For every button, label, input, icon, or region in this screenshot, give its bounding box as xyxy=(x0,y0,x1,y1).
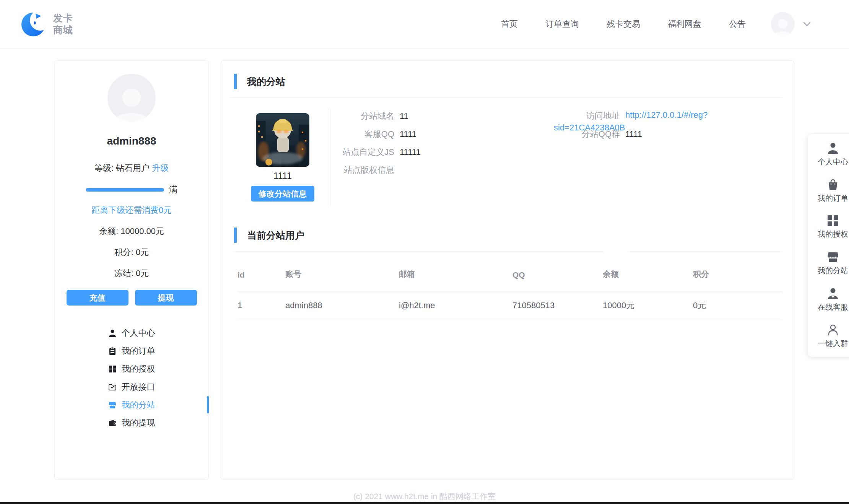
field-label-custom-js: 站点自定义JS xyxy=(336,146,394,158)
nav-item-home[interactable]: 首页 xyxy=(501,18,518,30)
panel-item-my-substation[interactable]: 我的分站 xyxy=(808,245,849,282)
upgrade-link[interactable]: 升级 xyxy=(152,163,169,173)
vertical-divider xyxy=(330,109,330,206)
section-title: 我的分站 xyxy=(247,75,285,88)
substation-logo-caption: 1111 xyxy=(256,171,309,181)
field-label-access-url: 访问地址 xyxy=(538,110,620,122)
substation-info: 1111 修改分站信息 分站域名 11 客服QQ 1111 站点自定义JS 11… xyxy=(221,98,794,215)
recharge-button[interactable]: 充值 xyxy=(67,290,128,306)
nav-item-announcement[interactable]: 公告 xyxy=(729,18,746,30)
col-header-id: id xyxy=(237,270,285,280)
panel-item-label: 在线客服 xyxy=(818,302,848,312)
progress-full-label: 满 xyxy=(169,184,177,195)
nav-item-welfare-disk[interactable]: 福利网盘 xyxy=(668,18,701,30)
page: 发卡 商城 首页 订单查询 残卡交易 福利网盘 公告 xyxy=(0,0,849,504)
field-value-qq-group: 1111 xyxy=(625,129,642,139)
panel-item-label: 一键入群 xyxy=(818,338,848,349)
substation-users-table: id 账号 邮箱 QQ 余额 积分 1 admin888 i@h2t.me 71… xyxy=(237,252,782,320)
footer-copyright: (c) 2021 www.h2t.me in 酷西网络工作室 xyxy=(0,491,849,502)
edit-substation-button[interactable]: 修改分站信息 xyxy=(251,186,314,202)
divider xyxy=(221,251,794,252)
points-stat: 积分: 0元 xyxy=(55,247,208,258)
sidebar-item-label: 我的授权 xyxy=(122,363,155,375)
users-section-header: 当前分站用户 xyxy=(234,228,794,243)
brand-logo[interactable]: 发卡 商城 xyxy=(21,11,73,37)
panel-item-my-auth[interactable]: 我的授权 xyxy=(808,209,849,245)
panel-item-label: 个人中心 xyxy=(818,157,848,167)
col-header-account: 账号 xyxy=(285,269,399,280)
next-level-hint: 距离下级还需消费0元 xyxy=(55,205,208,216)
storefront-icon xyxy=(827,252,839,262)
sidebar-item-my-withdrawals[interactable]: 我的提现 xyxy=(55,414,208,432)
substation-section-header: 我的分站 xyxy=(234,74,794,89)
field-value-custom-js: 11111 xyxy=(400,147,421,157)
grid-icon xyxy=(108,366,117,372)
field-label-service-qq: 客服QQ xyxy=(336,128,394,140)
sidebar-item-label: 我的订单 xyxy=(122,345,155,357)
main-content-card: 我的分站 xyxy=(221,60,794,480)
cell-account: admin888 xyxy=(285,301,399,311)
level-row: 等级: 钻石用户 升级 xyxy=(55,163,208,174)
cell-id: 1 xyxy=(237,301,285,311)
sidebar-item-personal-center[interactable]: 个人中心 xyxy=(55,324,208,342)
sidebar-item-my-orders[interactable]: 我的订单 xyxy=(55,342,208,360)
window-bottom-edge xyxy=(0,502,849,504)
sidebar-item-my-substation[interactable]: 我的分站 xyxy=(55,396,208,414)
folder-check-icon xyxy=(108,384,117,390)
cell-points: 0元 xyxy=(693,300,783,311)
storefront-icon xyxy=(108,401,117,409)
sidebar-item-label: 开放接口 xyxy=(122,381,155,393)
panel-item-my-orders[interactable]: 我的订单 xyxy=(808,173,849,209)
panel-item-join-group[interactable]: 一键入群 xyxy=(808,318,849,354)
brand-name: 发卡 商城 xyxy=(53,12,73,36)
col-header-qq: QQ xyxy=(512,270,603,280)
access-url-link[interactable]: http://127.0.0.1/#/reg? xyxy=(625,110,708,120)
sidebar-item-open-api[interactable]: 开放接口 xyxy=(55,378,208,396)
progress-bar xyxy=(86,188,164,192)
user-icon xyxy=(827,142,839,154)
grid-icon xyxy=(828,215,838,226)
field-label-domain: 分站域名 xyxy=(336,111,394,122)
person-outline-icon xyxy=(827,324,839,335)
wallet-icon xyxy=(108,419,117,426)
balance-stat: 余额: 10000.00元 xyxy=(55,226,208,237)
cell-email: i@h2t.me xyxy=(399,301,512,311)
sidebar-item-label: 我的提现 xyxy=(122,417,155,429)
nav-item-card-trade[interactable]: 残卡交易 xyxy=(607,18,640,30)
shopping-bag-icon xyxy=(827,179,839,190)
chevron-down-icon[interactable] xyxy=(803,21,811,27)
level-progress: 满 xyxy=(55,184,208,195)
access-url-link-wrap[interactable]: sid=21CA4238A0B xyxy=(554,123,625,133)
field-value-domain: 11 xyxy=(400,111,408,121)
frozen-stat: 冻结: 0元 xyxy=(55,268,208,279)
avatar[interactable] xyxy=(771,12,795,36)
nav-item-order-query[interactable]: 订单查询 xyxy=(545,18,579,30)
table-row: 1 admin888 i@h2t.me 710580513 10000元 0元 xyxy=(237,291,782,320)
sidebar-item-label: 个人中心 xyxy=(122,327,155,339)
avatar xyxy=(107,74,156,122)
section-accent-bar xyxy=(234,228,237,243)
navbar: 发卡 商城 首页 订单查询 残卡交易 福利网盘 公告 xyxy=(0,0,849,49)
brand-crescent-icon xyxy=(21,11,47,37)
clipboard-icon xyxy=(108,347,117,355)
sidebar-menu: 个人中心 我的订单 我的授权 开放接口 xyxy=(55,324,208,432)
level-label: 等级: 钻石用户 xyxy=(94,163,150,173)
user-icon xyxy=(108,329,117,337)
cell-qq: 710580513 xyxy=(512,301,603,311)
substation-logo-image xyxy=(256,113,309,167)
withdraw-button[interactable]: 提现 xyxy=(135,290,197,306)
nav-menu: 首页 订单查询 残卡交易 福利网盘 公告 xyxy=(501,18,746,30)
substation-fields-right: 访问地址 http://127.0.0.1/#/reg? sid=21CA423… xyxy=(538,107,708,143)
panel-item-label: 我的订单 xyxy=(818,193,848,203)
support-agent-icon xyxy=(827,288,839,299)
sidebar-item-my-auth[interactable]: 我的授权 xyxy=(55,360,208,378)
table-header-row: id 账号 邮箱 QQ 余额 积分 xyxy=(237,252,782,291)
field-value-service-qq: 1111 xyxy=(400,129,416,139)
panel-item-online-service[interactable]: 在线客服 xyxy=(808,282,849,318)
panel-item-label: 我的分站 xyxy=(818,265,848,276)
panel-item-personal-center[interactable]: 个人中心 xyxy=(808,137,849,173)
section-title: 当前分站用户 xyxy=(247,229,304,242)
username: admin888 xyxy=(55,135,208,147)
panel-item-label: 我的授权 xyxy=(818,229,848,239)
user-profile-card: admin888 等级: 钻石用户 升级 满 距离下级还需消费0元 余额: 10… xyxy=(54,60,209,480)
